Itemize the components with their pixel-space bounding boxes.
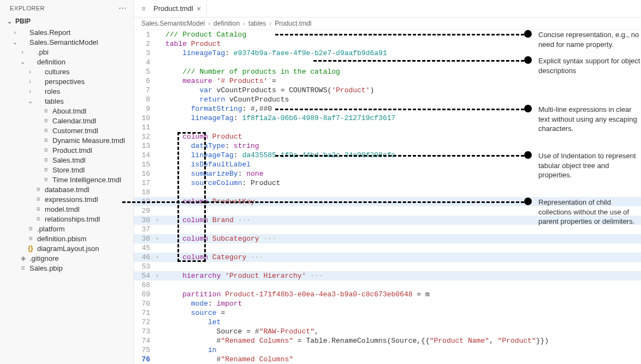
code-line[interactable]: 75 in: [134, 345, 641, 355]
code-line[interactable]: 73 Source = #"RAW-Product",: [134, 327, 641, 336]
line-number: 15: [134, 160, 153, 169]
tree-item[interactable]: ≡Sales.tmdl: [0, 155, 133, 165]
line-number: 6: [134, 76, 153, 86]
code-line[interactable]: 54› hierarchy 'Product Hierarchy' ···: [134, 271, 641, 281]
tree-item[interactable]: ≡relationships.tmdl: [0, 214, 133, 224]
code-text: source =: [161, 308, 641, 318]
close-icon[interactable]: ×: [197, 4, 201, 13]
fold-icon: [153, 123, 161, 132]
fold-icon[interactable]: ›: [153, 271, 161, 281]
code-line[interactable]: 6 measure '# Products' =: [134, 76, 641, 86]
code-line[interactable]: 68: [134, 281, 641, 290]
code-line[interactable]: 29: [134, 206, 641, 216]
tree-item[interactable]: ◈.gitignore: [0, 253, 133, 263]
tree-item[interactable]: ≡Dynamic Measure.tmdl: [0, 135, 133, 145]
breadcrumb-segment[interactable]: tables: [248, 20, 266, 27]
tree-item-label: Calendar.tmdl: [52, 117, 96, 125]
tree-item[interactable]: ≡About.tmdl: [0, 106, 133, 116]
code-text: #"Renamed Columns": [161, 355, 641, 364]
code-line[interactable]: 72 let: [134, 318, 641, 327]
code-line[interactable]: 69 partition Product-171f48b3-e0ea-4ea3-…: [134, 290, 641, 299]
code-line[interactable]: 17 sourceColumn: Product: [134, 178, 641, 188]
fold-icon[interactable]: ›: [153, 234, 161, 243]
tree-item[interactable]: ›.pbi: [0, 47, 133, 57]
tree-item[interactable]: {}diagramLayout.json: [0, 243, 133, 253]
code-line[interactable]: 53: [134, 262, 641, 271]
tab-bar: ≡ Product.tmdl ×: [134, 0, 641, 17]
code-line[interactable]: 37: [134, 225, 641, 234]
code-line[interactable]: 8 return vCountProducts: [134, 95, 641, 104]
explorer-sidebar: EXPLORER ··· ⌄ PBIP ›Sales.Report⌄Sales.…: [0, 0, 134, 364]
file-icon: ≡: [41, 156, 50, 164]
tree-item[interactable]: ›roles: [0, 86, 133, 96]
root-folder[interactable]: ⌄ PBIP: [0, 15, 133, 27]
tree-item[interactable]: ›cultures: [0, 67, 133, 76]
fold-icon[interactable]: ›: [153, 197, 161, 206]
tree-item-label: database.tmdl: [45, 186, 90, 194]
code-line[interactable]: 10 lineageTag: 1f8f1a2a-06b6-4989-8af7-2…: [134, 114, 641, 123]
code-line[interactable]: 3 lineageTag: e9374b9a-faee-4f9e-b2e7-d9…: [134, 49, 641, 58]
code-text: lineageTag: e9374b9a-faee-4f9e-b2e7-d9aa…: [161, 49, 641, 58]
code-editor[interactable]: 1/// Product Catalog2table Product3 line…: [134, 30, 641, 364]
code-line[interactable]: 5 /// Number of products in the catalog: [134, 67, 641, 76]
code-line[interactable]: 13 dataType: string: [134, 141, 641, 151]
tab-label: Product.tmdl: [153, 4, 193, 13]
fold-icon[interactable]: ›: [153, 216, 161, 225]
more-icon[interactable]: ···: [118, 3, 127, 13]
breadcrumb-segment[interactable]: Sales.SemanticModel: [141, 20, 205, 27]
code-line[interactable]: 46› column Category ···: [134, 253, 641, 262]
tree-item[interactable]: ≡.platform: [0, 224, 133, 234]
tree-item[interactable]: ⌄definition: [0, 57, 133, 67]
code-line[interactable]: 1/// Product Catalog: [134, 30, 641, 39]
code-text: /// Product Catalog: [161, 30, 641, 39]
tab-product-tmdl[interactable]: ≡ Product.tmdl ×: [134, 0, 207, 17]
tree-item[interactable]: ›Sales.Report: [0, 27, 133, 37]
code-line[interactable]: 7 var vCountProducts = COUNTROWS('Produc…: [134, 86, 641, 95]
tree-item[interactable]: ≡expressions.tmdl: [0, 194, 133, 204]
code-text: [161, 225, 641, 234]
code-line[interactable]: 12 column Product: [134, 132, 641, 141]
tree-item[interactable]: ›perspectives: [0, 76, 133, 86]
code-line[interactable]: 19› column ProductKey ···: [134, 197, 641, 206]
breadcrumb-segment[interactable]: definition: [213, 20, 240, 27]
tree-item[interactable]: ≡definition.pbism: [0, 234, 133, 243]
tree-item[interactable]: ≡Product.tmdl: [0, 145, 133, 155]
code-body[interactable]: 1/// Product Catalog2table Product3 line…: [134, 30, 641, 364]
code-text: column Category ···: [161, 253, 641, 262]
code-line[interactable]: 18: [134, 188, 641, 197]
tree-item[interactable]: ≡Store.tmdl: [0, 165, 133, 175]
code-line[interactable]: 11: [134, 123, 641, 132]
code-line[interactable]: 14 lineageTag: da435585-1f9a-44bd-ba2c-3…: [134, 151, 641, 160]
tree-item[interactable]: ⌄tables: [0, 96, 133, 106]
line-number: 7: [134, 86, 153, 95]
code-line[interactable]: 2table Product: [134, 39, 641, 49]
line-number: 30: [134, 216, 153, 225]
tree-item[interactable]: ≡Customer.tmdl: [0, 126, 133, 135]
chevron-right-icon: ›: [243, 20, 245, 27]
code-line[interactable]: 16 summarizeBy: none: [134, 169, 641, 178]
code-line[interactable]: 70 mode: import: [134, 299, 641, 308]
tree-item[interactable]: ≡database.tmdl: [0, 184, 133, 194]
code-line[interactable]: 4: [134, 58, 641, 67]
code-line[interactable]: 71 source =: [134, 308, 641, 318]
tree-item[interactable]: ⌄Sales.SemanticModel: [0, 37, 133, 47]
fold-icon: [153, 206, 161, 216]
tree-item[interactable]: ≡Time Intelligence.tmdl: [0, 175, 133, 184]
fold-icon: [153, 299, 161, 308]
line-number: 17: [134, 178, 153, 188]
tree-item[interactable]: ≡Sales.pbip: [0, 263, 133, 273]
tree-item[interactable]: ≡model.tmdl: [0, 204, 133, 214]
code-line[interactable]: 74 #"Renamed Columns" = Table.RenameColu…: [134, 336, 641, 345]
breadcrumb[interactable]: Sales.SemanticModel›definition›tables›Pr…: [134, 17, 641, 30]
code-line[interactable]: 30› column Brand ···: [134, 216, 641, 225]
code-line[interactable]: 9 formatString: #,##0: [134, 104, 641, 114]
fold-icon: [153, 327, 161, 336]
fold-icon[interactable]: ›: [153, 253, 161, 262]
line-number: 1: [134, 30, 153, 39]
tree-item[interactable]: ≡Calendar.tmdl: [0, 116, 133, 126]
code-line[interactable]: 38› column Subcategory ···: [134, 234, 641, 243]
code-line[interactable]: 76 #"Renamed Columns": [134, 355, 641, 364]
code-line[interactable]: 45: [134, 243, 641, 253]
code-line[interactable]: 15 isDefaultLabel: [134, 160, 641, 169]
breadcrumb-segment[interactable]: Product.tmdl: [275, 20, 311, 27]
